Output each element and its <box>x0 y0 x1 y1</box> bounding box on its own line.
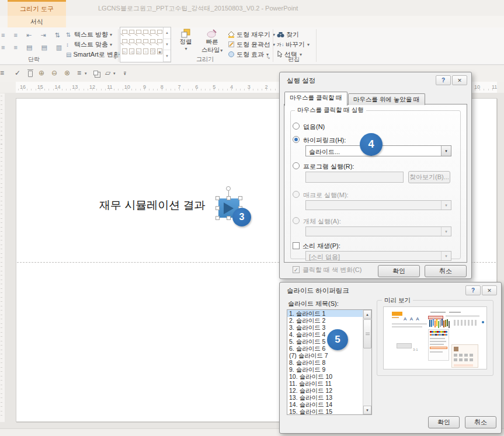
list-item[interactable]: 3. 슬라이드 3 <box>287 324 371 331</box>
shape-fill-button[interactable]: 도형 재우기 ▾ <box>228 30 277 39</box>
action-button-end-icon[interactable]: ▷ <box>136 48 141 54</box>
drawing-group-label: 그리기 <box>196 55 214 64</box>
shape-callout-icon[interactable] <box>129 30 134 34</box>
scrollbar-thumb[interactable] <box>363 319 371 348</box>
shape-callout-icon[interactable] <box>136 39 141 43</box>
paragraph-dialog-launcher[interactable]: ⇘ <box>113 55 117 60</box>
shape-callout-icon[interactable] <box>143 39 148 43</box>
close-icon[interactable]: ✕ <box>482 285 497 295</box>
shapes-gallery[interactable]: ▷ ◁ ▷ ⌂ ⓘ ◉ ▲ ▼ ▼ <box>120 27 171 62</box>
slide-hyperlink-dialog: 슬라이드 하이퍼링크 ? ✕ 슬라이드 제목(S): 1. 슬라이드 12. 슬… <box>279 282 502 434</box>
tab-mouse-click[interactable]: 마우스를 클릭할 때 <box>284 92 347 106</box>
qat-delete-icon[interactable] <box>28 71 33 77</box>
shape-callout-icon[interactable] <box>150 39 155 43</box>
help-icon[interactable]: ? <box>465 285 481 295</box>
qat-remove-circle-icon[interactable]: ⊖ <box>51 69 57 77</box>
play-sound-checkbox[interactable] <box>293 242 300 249</box>
ok-button[interactable]: 확인 <box>428 416 460 428</box>
replace-button[interactable]: 가↓ 바꾸기 ▾ <box>277 40 314 49</box>
radio-none-label: 없음(N) <box>303 123 325 131</box>
list-item[interactable]: (7) 슬라이드 7 <box>287 352 371 359</box>
shape-callout-icon[interactable] <box>122 30 127 34</box>
shape-callout-icon[interactable] <box>129 39 134 43</box>
chevron-down-icon: ▾ <box>113 71 116 76</box>
tab-format[interactable]: 서식 <box>8 16 66 27</box>
slide-title-listbox[interactable]: 1. 슬라이드 12. 슬라이드 23. 슬라이드 34. 슬라이드 45. 슬… <box>287 309 372 415</box>
list-item[interactable]: 15. 슬라이드 15 <box>287 408 371 415</box>
find-button[interactable]: 찾기 <box>277 30 314 39</box>
action-button-sound-icon[interactable]: ◉ <box>157 48 162 54</box>
program-path-field[interactable] <box>305 172 404 183</box>
list-scrollbar[interactable]: ▲ ▼ <box>363 310 371 414</box>
list-item[interactable]: 14. 슬라이드 14 <box>287 401 371 408</box>
cancel-button[interactable]: 취소 <box>425 265 467 277</box>
contextual-tab-drawing-tools[interactable]: 그리기 도구 <box>8 0 66 16</box>
qat-lines-icon[interactable]: ≡ <box>0 69 4 77</box>
dialog-title: 슬라이드 하이퍼링크 <box>287 287 349 295</box>
list-item[interactable]: 8. 슬라이드 8 <box>287 359 371 366</box>
radio-run-macro[interactable] <box>293 191 300 198</box>
list-item[interactable]: 2. 슬라이드 2 <box>287 317 371 324</box>
list-item[interactable]: 12. 슬라이드 12 <box>287 387 371 394</box>
ok-button[interactable]: 확인 <box>378 265 420 277</box>
gallery-scroll-up-icon[interactable]: ▲ <box>164 27 171 39</box>
qat-customize-icon[interactable]: ▾ <box>124 72 126 76</box>
text-align-button[interactable]: ↕ 텍스트 맞춤 ▾ <box>66 40 121 49</box>
qat-shape-icon[interactable]: ▱ <box>105 69 110 77</box>
shape-callout-icon[interactable] <box>122 39 127 43</box>
list-item[interactable]: 11. 슬라이드 11 <box>287 380 371 387</box>
browse-button[interactable]: 찾아보기(B)... <box>408 171 450 183</box>
radio-none[interactable] <box>293 123 300 130</box>
paragraph-align-icons[interactable]: ≡ ≡ ▤ ▤ ▥ <box>1 44 65 51</box>
chevron-down-icon[interactable]: ▾ <box>441 146 451 156</box>
ruler-number: 4 <box>223 84 241 90</box>
radio-object-action[interactable] <box>293 217 300 224</box>
selection-handle[interactable] <box>215 206 220 210</box>
cancel-button[interactable]: 취소 <box>465 416 496 428</box>
close-icon[interactable]: ✕ <box>452 75 467 85</box>
radio-hyperlink[interactable] <box>293 136 300 143</box>
list-item[interactable]: 1. 슬라이드 1 <box>287 310 371 317</box>
qat-check-icon[interactable]: ✓ <box>15 69 20 77</box>
chevron-down-icon: ▾ <box>85 71 87 76</box>
list-item[interactable]: 9. 슬라이드 9 <box>287 366 371 373</box>
help-icon[interactable]: ? <box>436 75 451 85</box>
action-button-beginning-icon[interactable]: ◁ <box>129 48 134 54</box>
shape-callout-icon[interactable] <box>150 30 155 34</box>
shape-callout-icon[interactable] <box>143 30 148 34</box>
qat-copy-icon[interactable] <box>93 71 98 75</box>
shape-callout-icon[interactable] <box>136 30 141 34</box>
radio-run-program[interactable] <box>293 162 300 169</box>
arrange-button[interactable]: 정렬 ▾ <box>174 29 197 51</box>
shape-outline-button[interactable]: 도형 윤곽선 ▾ <box>228 40 277 49</box>
rotation-handle[interactable] <box>226 186 231 191</box>
selection-handle[interactable] <box>238 196 242 200</box>
selection-handle[interactable] <box>227 216 231 220</box>
slide-title-text[interactable]: 재무 시뮬레이션 결과 <box>99 198 206 213</box>
paragraph-list-icons[interactable]: ≡ ≡ ⇤ ⇥ ⇅ <box>1 32 64 39</box>
action-button-play-icon[interactable]: ▷ <box>122 48 127 54</box>
qat-add-circle-icon[interactable]: ⊕ <box>39 69 44 77</box>
shape-outline-icon <box>228 41 235 48</box>
selection-handle[interactable] <box>215 216 220 220</box>
scroll-down-icon[interactable]: ▼ <box>363 406 371 414</box>
scroll-up-icon[interactable]: ▲ <box>363 310 371 319</box>
quick-styles-button[interactable]: 빠른 스타일 ▾ <box>199 29 225 54</box>
text-direction-button[interactable]: ⇅ 텍스트 방향 ▾ <box>66 30 121 39</box>
gallery-more-icon[interactable]: ▼ <box>164 50 171 62</box>
tab-mouse-over[interactable]: 마우스를 위에 놓았을 때 <box>348 93 425 105</box>
drawing-dialog-launcher[interactable]: ⇘ <box>266 55 270 60</box>
text-align-icon: ↕ <box>66 41 72 48</box>
qat-cancel-circle-icon[interactable]: ⊗ <box>64 69 70 77</box>
selection-handle[interactable] <box>227 196 231 200</box>
selection-handle[interactable] <box>215 196 220 200</box>
action-button-home-icon[interactable]: ⌂ <box>143 48 148 54</box>
ruler-number: 11 <box>486 84 503 90</box>
shape-callout-icon[interactable] <box>157 39 162 43</box>
list-item[interactable]: 10. 슬라이드 10 <box>287 373 371 380</box>
qat-line-style-icon[interactable]: ≡ <box>77 69 81 77</box>
action-button-info-icon[interactable]: ⓘ <box>150 48 155 54</box>
gallery-scroll-down-icon[interactable]: ▼ <box>164 39 171 51</box>
shape-callout-icon[interactable] <box>157 30 162 34</box>
list-item[interactable]: 13. 슬라이드 13 <box>287 394 371 401</box>
